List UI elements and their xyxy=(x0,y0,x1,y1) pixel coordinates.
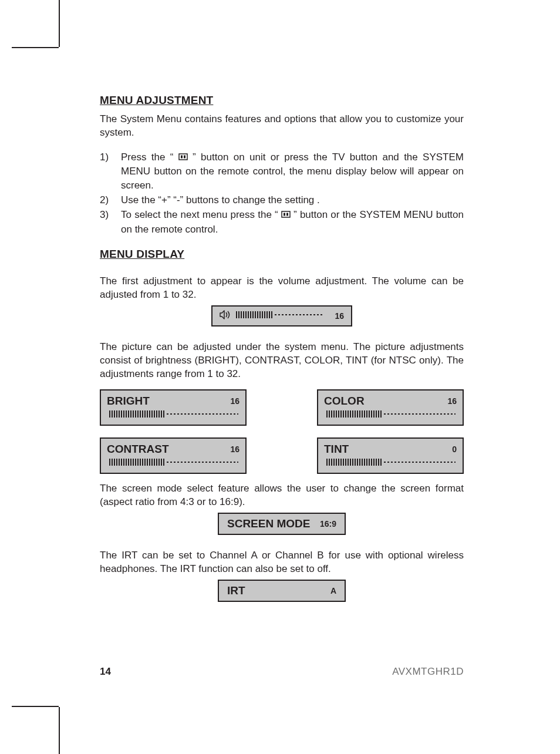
bright-label: BRIGHT xyxy=(107,395,150,408)
svg-rect-16 xyxy=(259,311,261,318)
svg-rect-85 xyxy=(137,459,139,466)
svg-rect-104 xyxy=(340,459,342,466)
svg-rect-9 xyxy=(243,311,244,318)
bright-bar xyxy=(107,410,239,420)
svg-rect-100 xyxy=(331,459,332,466)
svg-rect-62 xyxy=(359,410,360,418)
irt-value: A xyxy=(330,586,336,595)
svg-rect-105 xyxy=(343,459,344,466)
svg-rect-112 xyxy=(359,459,360,466)
svg-rect-65 xyxy=(366,410,367,418)
svg-rect-17 xyxy=(262,311,263,318)
svg-rect-95 xyxy=(161,459,162,466)
step-2: 2) Use the “+” “-” buttons to change the… xyxy=(100,193,464,207)
svg-rect-43 xyxy=(156,410,157,418)
svg-rect-10 xyxy=(245,311,247,318)
svg-rect-54 xyxy=(340,410,342,418)
svg-rect-11 xyxy=(248,311,249,318)
osd-screen-mode-box: SCREEN MODE 16:9 xyxy=(218,513,346,535)
svg-rect-48 xyxy=(326,410,328,418)
step-number: 3) xyxy=(100,208,109,221)
osd-tint-box: TINT 0 xyxy=(317,437,464,474)
osd-volume-box: 16 xyxy=(211,305,352,326)
svg-rect-108 xyxy=(350,459,351,466)
svg-rect-18 xyxy=(264,311,265,318)
volume-bar xyxy=(236,311,331,321)
svg-rect-78 xyxy=(121,459,122,466)
svg-rect-89 xyxy=(147,459,148,466)
svg-rect-58 xyxy=(350,410,351,418)
svg-rect-32 xyxy=(130,410,131,418)
svg-rect-30 xyxy=(126,410,127,418)
screen-mode-label: SCREEN MODE xyxy=(227,517,310,530)
svg-rect-1 xyxy=(181,155,183,158)
svg-rect-115 xyxy=(366,459,367,466)
instruction-list: 1) Press the “ ” button on unit or press… xyxy=(100,150,464,236)
svg-rect-110 xyxy=(355,459,356,466)
svg-rect-5 xyxy=(286,213,288,216)
tint-label: TINT xyxy=(324,443,349,456)
crop-mark xyxy=(12,47,59,48)
contrast-bar xyxy=(107,458,239,469)
menu-button-icon xyxy=(281,208,291,221)
svg-rect-37 xyxy=(142,410,143,418)
step-text: Press the “ xyxy=(121,152,178,163)
contrast-value: 16 xyxy=(230,445,239,454)
svg-rect-102 xyxy=(336,459,337,466)
svg-rect-99 xyxy=(329,459,330,466)
page: MENU ADJUSTMENT The System Menu contains… xyxy=(0,0,560,754)
svg-rect-51 xyxy=(333,410,335,418)
step-3: 3) To select the next menu press the “ ”… xyxy=(100,208,464,236)
osd-color-box: COLOR 16 xyxy=(317,389,464,426)
content-area: MENU ADJUSTMENT The System Menu contains… xyxy=(100,94,464,602)
osd-contrast-box: CONTRAST 16 xyxy=(100,437,247,474)
screen-mode-value: 16:9 xyxy=(320,519,336,529)
svg-rect-120 xyxy=(378,459,379,466)
svg-rect-96 xyxy=(163,459,164,466)
color-value: 16 xyxy=(447,396,457,406)
svg-rect-66 xyxy=(369,410,370,418)
svg-rect-2 xyxy=(184,155,185,158)
svg-rect-40 xyxy=(149,410,150,418)
svg-rect-71 xyxy=(380,410,382,418)
svg-rect-116 xyxy=(369,459,370,466)
svg-rect-91 xyxy=(151,459,153,466)
svg-rect-63 xyxy=(362,410,363,418)
paragraph-volume: The first adjustment to appear is the vo… xyxy=(100,275,464,302)
svg-rect-90 xyxy=(149,459,150,466)
svg-rect-119 xyxy=(376,459,377,466)
paragraph-irt: The IRT can be set to Channel A or Chann… xyxy=(100,549,464,576)
color-label: COLOR xyxy=(324,395,365,408)
svg-rect-12 xyxy=(250,311,251,318)
tint-value: 0 xyxy=(452,445,457,454)
svg-rect-82 xyxy=(130,459,131,466)
svg-rect-21 xyxy=(271,311,272,318)
svg-rect-34 xyxy=(135,410,136,418)
svg-rect-59 xyxy=(352,410,353,418)
svg-rect-77 xyxy=(119,459,120,466)
svg-rect-31 xyxy=(128,410,129,418)
svg-rect-80 xyxy=(126,459,127,466)
svg-rect-75 xyxy=(114,459,115,466)
svg-rect-49 xyxy=(329,410,330,418)
svg-rect-121 xyxy=(380,459,382,466)
svg-rect-106 xyxy=(345,459,346,466)
svg-rect-109 xyxy=(352,459,353,466)
volume-value: 16 xyxy=(335,311,344,321)
svg-rect-26 xyxy=(116,410,117,418)
svg-rect-87 xyxy=(142,459,143,466)
svg-rect-6 xyxy=(236,311,237,318)
svg-rect-86 xyxy=(140,459,141,466)
svg-rect-117 xyxy=(371,459,372,466)
svg-rect-29 xyxy=(123,410,124,418)
crop-mark xyxy=(59,0,60,47)
svg-rect-94 xyxy=(158,459,160,466)
svg-rect-7 xyxy=(238,311,239,318)
svg-rect-61 xyxy=(357,410,358,418)
svg-rect-35 xyxy=(137,410,139,418)
svg-rect-101 xyxy=(333,459,335,466)
svg-rect-42 xyxy=(154,410,155,418)
svg-rect-27 xyxy=(119,410,120,418)
svg-rect-36 xyxy=(140,410,141,418)
step-text: To select the next menu press the “ xyxy=(121,209,281,220)
